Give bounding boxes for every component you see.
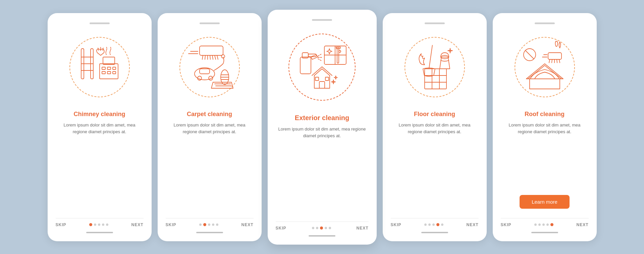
dot-1 [199,223,202,226]
card-description: Lorem ipsum dolor sit dim amet, mea regi… [166,122,254,136]
dot-1 [312,227,314,229]
svg-rect-6 [102,67,105,69]
card-chimney: Chimney cleaning Lorem ipsum dolor sit d… [48,13,152,241]
card-title: Chimney cleaning [73,111,125,118]
dot-1 [534,223,537,226]
dot-1 [424,223,427,226]
svg-rect-47 [325,77,329,81]
card-description: Lorem ipsum dolor sit dim amet, mea regi… [56,122,144,136]
nav-dots [312,226,331,230]
dot-4 [325,227,327,229]
svg-line-37 [318,54,322,56]
dot-4 [102,223,104,226]
chimney-icon [71,39,128,96]
svg-line-17 [210,55,210,59]
dot-5 [441,223,443,226]
dot-4 [546,223,549,226]
card-description: Lorem ipsum dolor sit dim amet, mea regi… [276,126,369,140]
card-title: Exterior cleaning [295,114,349,122]
next-button[interactable]: NEXT [356,226,368,231]
dot-3 [432,223,435,226]
skip-button[interactable]: SKIP [391,222,401,227]
illustration-roof [508,30,582,104]
svg-rect-13 [200,46,223,55]
illustration-exterior [282,27,362,107]
card-top-bar [200,22,220,24]
dot-5 [216,223,218,226]
bottom-bar [86,232,113,233]
card-carpet: Carpet cleaning Lorem ipsum dolor sit di… [158,13,262,241]
svg-rect-10 [107,71,111,74]
svg-rect-48 [425,69,446,89]
next-button[interactable]: NEXT [466,222,478,227]
card-nav: SKIP NEXT [501,218,589,227]
dot-5 [550,223,553,226]
dot-2 [428,223,431,226]
card-exterior: Exterior cleaning Lorem ipsum dolor sit … [268,10,377,245]
svg-line-57 [549,59,550,63]
illustration-chimney [63,30,137,104]
card-nav: SKIP NEXT [276,221,369,231]
svg-line-39 [318,59,322,61]
dot-1 [89,223,92,226]
dot-2 [94,223,96,226]
carpet-icon [181,39,238,96]
svg-rect-8 [113,67,116,69]
nav-dots [199,223,218,226]
svg-line-60 [557,59,557,63]
nav-dots [424,223,443,226]
card-title: Carpet cleaning [187,111,232,118]
skip-button[interactable]: SKIP [501,222,512,227]
skip-button[interactable]: SKIP [276,226,286,231]
card-top-bar [90,22,110,24]
svg-line-15 [205,55,205,59]
card-floor: Floor cleaning Lorem ipsum dolor sit dim… [383,13,487,241]
card-nav: SKIP NEXT [166,218,254,227]
svg-rect-24 [200,69,210,74]
svg-rect-46 [315,77,319,81]
cards-container: Chimney cleaning Lorem ipsum dolor sit d… [34,0,610,254]
svg-rect-45 [319,82,325,88]
card-description: Lorem ipsum dolor sit dim amet, mea regi… [391,122,479,136]
card-roof: Roof cleaning Lorem ipsum dolor sit dim … [493,13,597,241]
roof-icon [516,39,573,96]
nav-dots [534,223,553,226]
dot-3 [208,223,210,226]
svg-rect-11 [113,71,116,74]
dot-4 [436,223,439,226]
card-title: Roof cleaning [525,111,565,118]
card-description: Lorem ipsum dolor sit dim amet, mea regi… [501,122,589,136]
bottom-bar [421,232,448,233]
dot-3 [320,226,323,230]
card-title: Floor cleaning [414,111,455,118]
next-button[interactable]: NEXT [576,222,588,227]
next-button[interactable]: NEXT [241,222,253,227]
floor-icon [406,39,463,96]
card-top-bar [425,22,445,24]
bottom-bar [531,232,558,233]
bottom-bar [196,232,223,233]
card-top-bar [312,19,332,21]
svg-line-61 [559,59,560,63]
next-button[interactable]: NEXT [131,222,143,227]
dot-5 [329,227,331,229]
svg-line-65 [526,51,534,59]
learn-more-button[interactable]: Learn more [520,195,570,209]
card-top-bar [535,22,555,24]
svg-rect-34 [300,57,311,74]
svg-rect-56 [548,53,561,59]
dot-2 [538,223,541,226]
svg-point-43 [339,50,341,52]
skip-button[interactable]: SKIP [56,222,66,227]
dot-2 [316,227,318,229]
exterior-icon [293,39,351,96]
svg-line-18 [212,55,213,59]
illustration-carpet [173,30,247,104]
dot-3 [98,223,100,226]
skip-button[interactable]: SKIP [166,222,176,227]
svg-rect-12 [103,57,115,64]
illustration-floor [398,30,472,104]
svg-line-19 [215,55,216,59]
dot-3 [542,223,545,226]
dot-2 [203,223,206,226]
